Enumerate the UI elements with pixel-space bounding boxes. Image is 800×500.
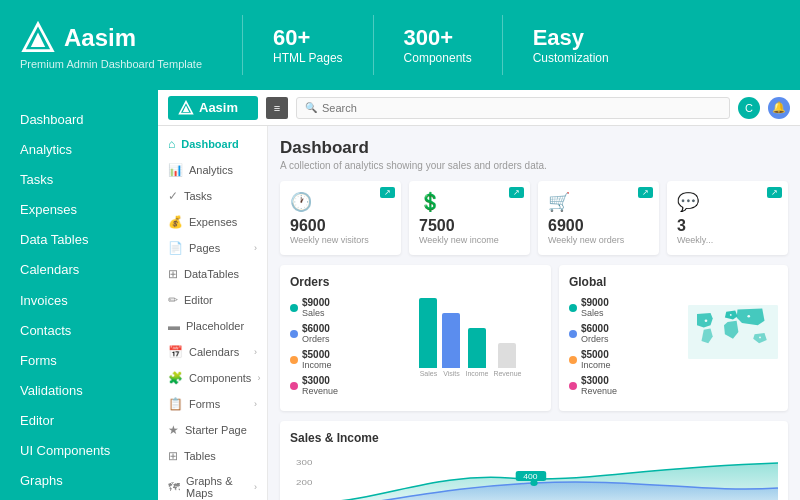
logo-area: Aasim Premium Admin Dashboard Template <box>20 20 202 70</box>
sidebar-item-datatables[interactable]: ⊞ DataTables <box>158 261 267 287</box>
left-nav-forms[interactable]: Forms <box>0 346 158 376</box>
stat-orders-label: Weekly new orders <box>548 235 649 245</box>
sidebar-item-tables[interactable]: ⊞ Tables <box>158 443 267 469</box>
global-legend-income: $5000 Income <box>569 349 682 370</box>
chat-icon: 💬 <box>677 191 778 213</box>
legend-income: $5000 Income <box>290 349 411 370</box>
global-legend-orders: $6000 Orders <box>569 323 682 344</box>
sidebar-item-analytics[interactable]: 📊 Analytics <box>158 157 267 183</box>
orders-card: Orders $9000 Sales <box>280 265 551 411</box>
sidebar-label-placeholder: Placeholder <box>186 320 244 332</box>
sidebar-item-graphs-maps[interactable]: 🗺 Graphs & Maps › <box>158 469 267 500</box>
global-income-dot <box>569 356 577 364</box>
search-input[interactable] <box>322 102 721 114</box>
left-nav-dashboard[interactable]: Dashboard <box>0 105 158 135</box>
sidebar-label-analytics: Analytics <box>189 164 233 176</box>
sidebar-item-forms[interactable]: 📋 Forms › <box>158 391 267 417</box>
sidebar-item-pages[interactable]: 📄 Pages › <box>158 235 267 261</box>
svg-text:300: 300 <box>296 458 312 467</box>
feature-components-num: 300+ <box>404 25 472 51</box>
page-subtitle: A collection of analytics showing your s… <box>280 160 788 171</box>
left-nav-editor[interactable]: Editor <box>0 406 158 436</box>
menu-toggle-button[interactable]: ≡ <box>266 97 288 119</box>
left-nav-expenses[interactable]: Expenses <box>0 195 158 225</box>
page-title: Dashboard <box>280 138 788 158</box>
legend-orders: $6000 Orders <box>290 323 411 344</box>
stat-orders-value: 6900 <box>548 217 649 235</box>
left-nav-contacts[interactable]: Contacts <box>0 316 158 346</box>
feature-customization: Easy Customization <box>502 15 639 75</box>
bar-sales-label: Sales <box>420 370 438 377</box>
stat-visitors-label: Weekly new visitors <box>290 235 391 245</box>
search-bar: 🔍 <box>296 97 730 119</box>
global-legend-sales: $9000 Sales <box>569 297 682 318</box>
stats-row: 🕐 9600 Weekly new visitors ↗ 💲 7500 Week… <box>280 181 788 255</box>
sidebar-label-forms: Forms <box>189 398 220 410</box>
sidebar-label-tables: Tables <box>184 450 216 462</box>
left-nav-tasks[interactable]: Tasks <box>0 165 158 195</box>
left-nav-maps[interactable]: Maps <box>0 496 158 500</box>
feature-html-pages-desc: HTML Pages <box>273 51 343 65</box>
stat-card-orders: 🛒 6900 Weekly new orders ↗ <box>538 181 659 255</box>
sidebar-label-editor: Editor <box>184 294 213 306</box>
main-panel: Dashboard A collection of analytics show… <box>268 126 800 500</box>
sidebar-label-pages: Pages <box>189 242 220 254</box>
graphs-maps-icon: 🗺 <box>168 480 180 494</box>
legend-sales-label: Sales <box>302 308 330 318</box>
global-sales-dot <box>569 304 577 312</box>
main-layout: Dashboard Analytics Tasks Expenses Data … <box>0 90 800 500</box>
stat-misc-label: Weekly... <box>677 235 778 245</box>
global-orders-dot <box>569 330 577 338</box>
sidebar-item-calendars[interactable]: 📅 Calendars › <box>158 339 267 365</box>
global-revenue-label: Revenue <box>581 386 617 396</box>
svg-text:400: 400 <box>523 473 538 481</box>
chevron-right-icon-2: › <box>254 347 257 357</box>
orders-dot <box>290 330 298 338</box>
global-sales-value: $9000 <box>581 297 609 308</box>
orders-title: Orders <box>290 275 541 289</box>
global-legend: $9000 Sales $6000 Orders <box>569 297 682 401</box>
search-icon: 🔍 <box>305 102 317 113</box>
feature-customization-num: Easy <box>533 25 609 51</box>
stat-visitors-badge: ↗ <box>380 187 395 198</box>
left-nav-validations[interactable]: Validations <box>0 376 158 406</box>
left-nav-graphs[interactable]: Graphs <box>0 466 158 496</box>
left-nav-analytics[interactable]: Analytics <box>0 135 158 165</box>
sidebar-item-placeholder[interactable]: ▬ Placeholder <box>158 313 267 339</box>
sidebar-item-editor[interactable]: ✏ Editor <box>158 287 267 313</box>
stat-misc-badge: ↗ <box>767 187 782 198</box>
legend-revenue-label: Revenue <box>302 386 338 396</box>
left-nav-ui-components[interactable]: UI Components <box>0 436 158 466</box>
stat-income-badge: ↗ <box>509 187 524 198</box>
sidebar-item-tasks[interactable]: ✓ Tasks <box>158 183 267 209</box>
cart-icon: 🛒 <box>548 191 649 213</box>
legend-orders-label: Orders <box>302 334 330 344</box>
legend-revenue: $3000 Revenue <box>290 375 411 396</box>
feature-components-desc: Components <box>404 51 472 65</box>
sidebar-item-starter[interactable]: ★ Starter Page <box>158 417 267 443</box>
topbar-c-button[interactable]: C <box>738 97 760 119</box>
components-icon: 🧩 <box>168 371 183 385</box>
left-nav-invoices[interactable]: Invoices <box>0 286 158 316</box>
global-card: Global $9000 Sales <box>559 265 788 411</box>
sidebar-item-components[interactable]: 🧩 Components › <box>158 365 267 391</box>
sidebar-label-components: Components <box>189 372 251 384</box>
sidebar-item-dashboard[interactable]: ⌂ Dashboard <box>158 131 267 157</box>
stat-card-income: 💲 7500 Weekly new income ↗ <box>409 181 530 255</box>
bar-revenue: Revenue <box>493 343 521 377</box>
tasks-icon: ✓ <box>168 189 178 203</box>
bar-sales: Sales <box>419 298 437 377</box>
topbar-notification-button[interactable]: 🔔 <box>768 97 790 119</box>
sidebar-label-expenses: Expenses <box>189 216 237 228</box>
datatables-icon: ⊞ <box>168 267 178 281</box>
svg-point-8 <box>759 337 761 339</box>
global-income-label: Income <box>581 360 611 370</box>
svg-point-7 <box>747 315 750 318</box>
bar-income-label: Income <box>465 370 488 377</box>
sales-dot <box>290 304 298 312</box>
sidebar-item-expenses[interactable]: 💰 Expenses <box>158 209 267 235</box>
left-nav-calendars[interactable]: Calendars <box>0 255 158 285</box>
left-nav-datatables[interactable]: Data Tables <box>0 225 158 255</box>
bar-sales-bar <box>419 298 437 368</box>
left-sidebar: Dashboard Analytics Tasks Expenses Data … <box>0 90 158 500</box>
